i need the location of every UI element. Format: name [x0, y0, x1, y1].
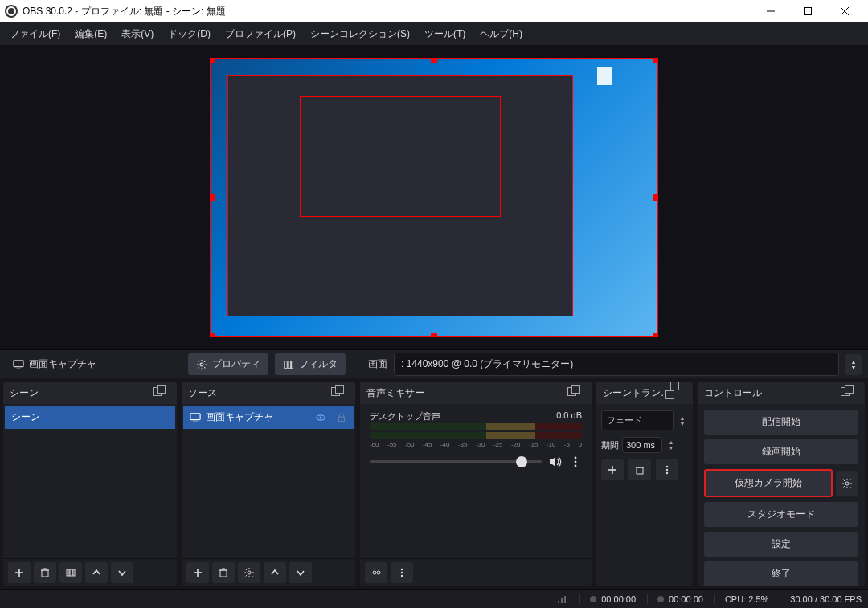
- svg-point-33: [377, 571, 380, 574]
- menu-profile[interactable]: プロファイル(P): [219, 24, 302, 44]
- monitor-icon: [13, 359, 24, 370]
- mixer-settings-button[interactable]: [365, 562, 387, 583]
- scene-item[interactable]: シーン: [5, 406, 175, 429]
- selected-source-label: 画面キャプチャ: [6, 354, 103, 374]
- svg-point-34: [401, 568, 403, 569]
- add-scene-button[interactable]: [8, 562, 31, 583]
- speaker-icon[interactable]: [548, 455, 563, 469]
- properties-button[interactable]: プロパティ: [188, 353, 268, 375]
- close-button[interactable]: [826, 0, 863, 22]
- start-record-button[interactable]: 録画開始: [704, 439, 858, 464]
- minimize-button[interactable]: [752, 0, 789, 22]
- monitor-icon: [190, 412, 201, 423]
- screen-select-stepper[interactable]: ▲▼: [845, 354, 862, 375]
- svg-point-42: [666, 469, 668, 471]
- obs-app-icon: [5, 5, 18, 18]
- sources-dock: ソース 画面キャプチャ: [182, 382, 355, 586]
- menu-edit[interactable]: 編集(E): [68, 24, 113, 44]
- svg-rect-12: [42, 570, 48, 577]
- start-stream-button[interactable]: 配信開始: [704, 410, 858, 435]
- move-scene-down-button[interactable]: [111, 562, 133, 583]
- menu-help[interactable]: ヘルプ(H): [473, 24, 529, 44]
- start-virtualcam-button[interactable]: 仮想カメラ開始: [704, 469, 833, 497]
- audio-meter: [370, 432, 582, 439]
- popout-icon[interactable]: [841, 387, 858, 398]
- selected-source-text: 画面キャプチャ: [29, 357, 96, 371]
- svg-rect-47: [564, 596, 566, 603]
- controls-dock: コントロール 配信開始 録画開始 仮想カメラ開始 スタジオモード 設定 終了: [698, 382, 865, 586]
- screen-select[interactable]: : 1440x900 @ 0.0 (プライマリモニター): [394, 353, 839, 376]
- remove-scene-button[interactable]: [34, 562, 56, 583]
- menu-file[interactable]: ファイル(F): [3, 24, 67, 44]
- svg-rect-25: [220, 570, 227, 577]
- transition-type-stepper[interactable]: ▲▼: [677, 415, 688, 426]
- svg-rect-9: [292, 361, 293, 368]
- lock-icon[interactable]: [336, 412, 347, 423]
- window-title: OBS 30.0.2 - プロファイル: 無題 - シーン: 無題: [23, 5, 752, 18]
- duration-stepper[interactable]: ▲▼: [665, 439, 677, 451]
- titlebar: OBS 30.0.2 - プロファイル: 無題 - シーン: 無題: [0, 0, 868, 22]
- virtualcam-settings-button[interactable]: [836, 471, 858, 496]
- svg-rect-8: [288, 361, 291, 368]
- source-item[interactable]: 画面キャプチャ: [183, 406, 354, 429]
- remove-source-button[interactable]: [212, 562, 235, 583]
- source-properties-button[interactable]: [238, 562, 260, 583]
- duration-input[interactable]: 300 ms: [622, 437, 662, 453]
- filters-button[interactable]: フィルタ: [275, 353, 346, 375]
- svg-rect-45: [558, 601, 559, 603]
- popout-icon[interactable]: [153, 387, 170, 398]
- svg-rect-22: [339, 417, 345, 421]
- remove-transition-button[interactable]: [628, 459, 651, 480]
- move-source-up-button[interactable]: [264, 562, 286, 583]
- menu-scene-collection[interactable]: シーンコレクション(S): [304, 24, 416, 44]
- studio-mode-button[interactable]: スタジオモード: [704, 502, 858, 527]
- svg-rect-18: [190, 413, 200, 419]
- settings-button[interactable]: 設定: [704, 532, 858, 557]
- menubar: ファイル(F) 編集(E) 表示(V) ドック(D) プロファイル(P) シーン…: [0, 22, 868, 45]
- docks-row: シーン シーン ソース 画面キャプチャ: [0, 378, 868, 589]
- menu-dock[interactable]: ドック(D): [162, 24, 217, 44]
- svg-rect-15: [67, 569, 69, 576]
- gear-icon: [196, 359, 207, 370]
- move-source-down-button[interactable]: [289, 562, 312, 583]
- status-rec-time: 00:00:00: [579, 594, 636, 604]
- transitions-title: シーントランジ...: [603, 386, 670, 400]
- preview-area[interactable]: [0, 45, 868, 349]
- mixer-menu-button[interactable]: [391, 562, 413, 583]
- mixer-channel: デスクトップ音声 0.0 dB -60-55-50-45-40-35-30-25…: [362, 406, 590, 474]
- transition-type-select[interactable]: フェード: [601, 410, 674, 430]
- mixer-title: 音声ミキサー: [366, 386, 424, 400]
- popout-icon[interactable]: [670, 382, 686, 404]
- filter-icon: [283, 359, 294, 370]
- svg-point-44: [845, 482, 849, 485]
- add-source-button[interactable]: [186, 562, 209, 583]
- svg-point-36: [401, 574, 403, 576]
- mixer-dock: 音声ミキサー デスクトップ音声 0.0 dB -60-55-50-45-40-3…: [360, 382, 592, 586]
- source-toolbar: 画面キャプチャ プロパティ フィルタ 画面 : 1440x900 @ 0.0 (…: [0, 349, 868, 378]
- add-transition-button[interactable]: [601, 459, 624, 480]
- svg-point-21: [319, 416, 321, 418]
- preview-canvas[interactable]: [210, 58, 658, 337]
- exit-button[interactable]: 終了: [704, 561, 858, 586]
- status-fps: 30.00 / 30.00 FPS: [780, 594, 862, 604]
- svg-rect-16: [70, 569, 72, 576]
- statusbar: 00:00:00 00:00:00 CPU: 2.5% 30.00 / 30.0…: [0, 589, 868, 608]
- eye-icon[interactable]: [315, 412, 326, 423]
- move-scene-up-button[interactable]: [85, 562, 108, 583]
- volume-slider[interactable]: [370, 460, 542, 463]
- scene-filter-button[interactable]: [59, 562, 82, 583]
- svg-rect-17: [73, 569, 75, 576]
- signal-icon: [557, 594, 568, 604]
- transition-menu-button[interactable]: [656, 459, 678, 480]
- svg-point-41: [666, 466, 668, 467]
- menu-view[interactable]: 表示(V): [115, 24, 160, 44]
- popout-icon[interactable]: [331, 387, 349, 398]
- audio-meter: [370, 423, 582, 430]
- scenes-dock: シーン シーン: [3, 382, 177, 586]
- menu-tools[interactable]: ツール(T): [418, 24, 472, 44]
- svg-point-31: [575, 465, 577, 467]
- status-stream-time: 00:00:00: [647, 594, 703, 604]
- kebab-icon[interactable]: [569, 455, 582, 468]
- maximize-button[interactable]: [789, 0, 826, 22]
- popout-icon[interactable]: [567, 387, 585, 398]
